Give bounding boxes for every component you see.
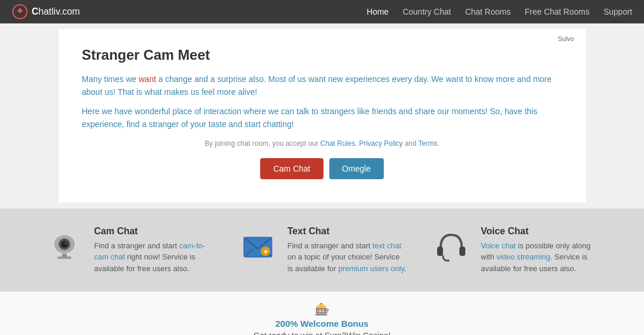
- intro-paragraph-1: Many times we want a change and a surpri…: [82, 73, 563, 99]
- nav-item-chat-rooms[interactable]: Chat Rooms: [465, 7, 511, 16]
- chat-rules-link[interactable]: Chat Rules: [321, 139, 355, 148]
- sulvo-label: Sulvo: [558, 35, 574, 42]
- feature-textchat: ★ Text Chat Find a stranger and start te…: [226, 226, 419, 275]
- content-card: Sulvo Stranger Cam Meet Many times we wa…: [59, 29, 586, 203]
- feature-camchat-title: Cam Chat: [94, 226, 214, 237]
- nav-item-support[interactable]: Support: [604, 7, 632, 16]
- logo-text: Chatliv.com: [32, 6, 80, 17]
- navbar: Chatliv.com Home Country Chat Chat Rooms…: [0, 0, 644, 23]
- svg-rect-15: [437, 247, 443, 256]
- feature-voicechat-desc: Voice chat is possible only along with v…: [481, 240, 601, 275]
- bonus-title: 200% Welcome Bonus: [11, 319, 633, 329]
- bonus-subtitle: Get ready to win at Sure2Win Casino!: [11, 331, 633, 335]
- terms-link[interactable]: Terms: [418, 139, 438, 148]
- logo[interactable]: Chatliv.com: [12, 4, 80, 20]
- feature-camchat: Cam Chat Find a stranger and start cam-t…: [32, 226, 226, 275]
- feature-camchat-desc: Find a stranger and start cam-to-cam cha…: [94, 240, 214, 275]
- headphone-icon: [431, 226, 472, 267]
- feature-voicechat-title: Voice Chat: [481, 226, 601, 237]
- svg-point-1: [19, 8, 21, 11]
- svg-rect-16: [459, 247, 465, 256]
- feature-textchat-desc: Find a stranger and start text chat on a…: [288, 240, 407, 275]
- svg-text:★: ★: [263, 248, 268, 255]
- svg-rect-7: [57, 257, 71, 259]
- webcam-icon: [44, 226, 85, 267]
- feature-voicechat-content: Voice Chat Voice chat is possible only a…: [481, 226, 601, 275]
- svg-point-17: [447, 259, 449, 262]
- nav-links: Home Country Chat Chat Rooms Free Chat R…: [367, 7, 632, 16]
- nav-item-home[interactable]: Home: [367, 7, 389, 16]
- bonus-section: 🎰 200% Welcome Bonus Get ready to win at…: [0, 292, 644, 335]
- email-icon: ★: [237, 226, 278, 267]
- svg-point-4: [61, 241, 68, 248]
- svg-point-5: [64, 242, 67, 244]
- nav-item-free-chat-rooms[interactable]: Free Chat Rooms: [524, 7, 589, 16]
- feature-textchat-title: Text Chat: [288, 226, 407, 237]
- privacy-policy-link[interactable]: Privacy Policy: [359, 139, 403, 148]
- omegle-button[interactable]: Omegle: [329, 158, 384, 179]
- feature-textchat-content: Text Chat Find a stranger and start text…: [288, 226, 407, 275]
- nav-item-country-chat[interactable]: Country Chat: [403, 7, 451, 16]
- feature-voicechat: Voice Chat Voice chat is possible only a…: [419, 226, 612, 275]
- terms-text: By joining chat room, you accept our Cha…: [82, 139, 563, 148]
- cam-chat-button[interactable]: Cam Chat: [260, 158, 323, 179]
- features-section: Cam Chat Find a stranger and start cam-t…: [0, 208, 644, 292]
- main-wrapper: Sulvo Stranger Cam Meet Many times we wa…: [0, 23, 644, 208]
- logo-icon: [12, 4, 28, 20]
- button-row: Cam Chat Omegle: [82, 158, 563, 179]
- intro-paragraph-2: Here we have wonderful place of interact…: [82, 105, 563, 131]
- page-title: Stranger Cam Meet: [82, 47, 563, 63]
- bonus-icon: 🎰: [11, 302, 633, 316]
- feature-camchat-content: Cam Chat Find a stranger and start cam-t…: [94, 226, 214, 275]
